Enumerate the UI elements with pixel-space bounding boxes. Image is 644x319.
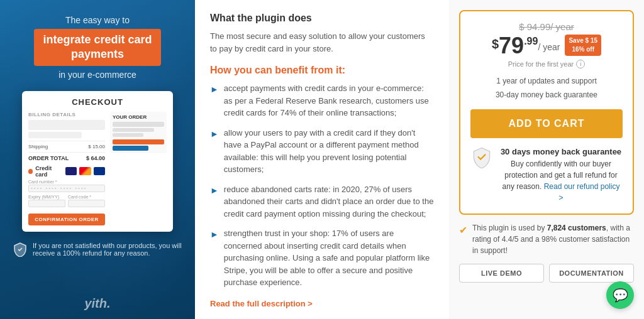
benefit-text-2: allow your users to pay with a credit ca… [224, 127, 434, 176]
your-order-label: YOUR ORDER [113, 114, 164, 120]
arrow-icon-1: ► [210, 83, 219, 119]
paypal-icon [94, 167, 105, 175]
middle-panel: What the plugin does The most secure and… [195, 0, 449, 319]
mastercard-icon [79, 167, 91, 175]
list-item: ► strengthen trust in your shop: 17% of … [210, 227, 434, 289]
price-cents: .99 [524, 36, 538, 47]
save-line1: Save $ 15 [569, 36, 597, 45]
guarantee-text: If you are not satisfied with our produc… [33, 242, 182, 257]
shipping-value: $ 15.00 [88, 144, 105, 149]
info-icon[interactable]: i [576, 60, 585, 68]
list-item: ► allow your users to pay with a credit … [210, 127, 434, 176]
intro-text: The most secure and easy solution to all… [210, 30, 434, 55]
billing-header: BILLING DETAILS [28, 112, 105, 117]
add-to-cart-button[interactable]: ADD TO CART [470, 109, 623, 138]
price-note: Price for the first year i [470, 60, 623, 68]
arrow-icon-2: ► [210, 127, 219, 176]
feature1: 1 year of updates and support [470, 75, 623, 89]
benefit-text-4: strengthen trust in your shop: 17% of us… [224, 227, 434, 289]
refund-link[interactable]: Read our refund policy > [544, 182, 620, 202]
shield-icon-left [13, 242, 28, 257]
arrow-icon-4: ► [210, 228, 219, 289]
customers-row: ✔ This plugin is used by 7,824 customers… [459, 222, 634, 256]
expiry-label: Expiry (MM/YY) [28, 195, 65, 199]
checkout-mockup: CHECKOUT BILLING DETAILS Shipping $ 15.0… [22, 91, 173, 232]
right-panel: $ 94.99/ year $ 79 .99 / year Save $ 15 … [449, 0, 644, 319]
price-main: 79 [499, 35, 524, 57]
live-demo-button[interactable]: LIVE DEMO [459, 264, 544, 283]
subline: in your e-commerce [58, 70, 136, 80]
card-code-field[interactable] [68, 200, 105, 207]
card-number-field[interactable]: •••• •••• •••• •••• [28, 185, 105, 192]
yith-logo: yith. [84, 289, 110, 311]
price-dollar: $ [492, 37, 499, 51]
order-total-label: ORDER TOTAL [28, 155, 69, 161]
money-back-title: 30 days money back guarantee [499, 146, 623, 158]
price-card: $ 94.99/ year $ 79 .99 / year Save $ 15 … [459, 10, 634, 215]
guarantee-section: If you are not satisfied with our produc… [13, 242, 182, 257]
price-year: / year [538, 42, 560, 52]
what-title: What the plugin does [210, 13, 434, 24]
benefit-text-3: reduce abandoned carts rate: in 2020, 27… [224, 183, 434, 220]
shipping-label: Shipping [28, 144, 48, 149]
save-badge: Save $ 15 16% off [565, 35, 601, 56]
benefit-list: ► accept payments with credit cards in y… [210, 82, 434, 289]
documentation-button[interactable]: DOCUMENTATION [549, 264, 634, 283]
order-total-value: $ 64.00 [86, 155, 105, 161]
save-line2: 16% off [569, 45, 597, 54]
tagline: The easy way to [65, 15, 130, 25]
customers-count: 7,824 customers [547, 224, 606, 232]
visa-icon [65, 167, 77, 175]
card-number-label: Card number * [28, 180, 105, 184]
price-row: $ 79 .99 / year Save $ 15 16% off [470, 35, 623, 57]
list-item: ► reduce abandoned carts rate: in 2020, … [210, 183, 434, 220]
customers-text: This plugin is used by 7,824 customers, … [472, 222, 634, 256]
expiry-field[interactable] [28, 200, 65, 207]
arrow-icon-3: ► [210, 184, 219, 220]
benefit-title: How you can benefit from it: [210, 65, 434, 76]
list-item: ► accept payments with credit cards in y… [210, 82, 434, 119]
shield-icon-right [470, 146, 493, 168]
left-panel: The easy way to integrate credit cardpay… [0, 0, 195, 319]
feature2: 30-day money back guarantee [470, 89, 623, 102]
money-back-section: 30 days money back guarantee Buy confide… [470, 146, 623, 203]
card-code-label: Card code * [68, 195, 105, 199]
chat-icon: 💬 [613, 288, 628, 303]
money-back-text: 30 days money back guarantee Buy confide… [499, 146, 623, 203]
action-buttons: LIVE DEMO DOCUMENTATION [459, 264, 634, 283]
check-icon: ✔ [459, 223, 467, 238]
headline: integrate credit cardpayments [34, 29, 160, 66]
confirm-order-btn[interactable]: CONFIRMATION ORDER [28, 214, 105, 225]
features-list: 1 year of updates and support 30-day mon… [470, 75, 623, 102]
chat-bubble[interactable]: 💬 [606, 281, 634, 309]
credit-card-label: Credit card [35, 165, 63, 178]
checkout-title: CHECKOUT [28, 97, 167, 107]
benefit-text-1: accept payments with credit cards in you… [224, 82, 434, 119]
original-price: $ 94.99/ year [470, 21, 623, 32]
read-full-link[interactable]: Read the full description > [210, 299, 313, 308]
orange-dot [28, 169, 33, 174]
